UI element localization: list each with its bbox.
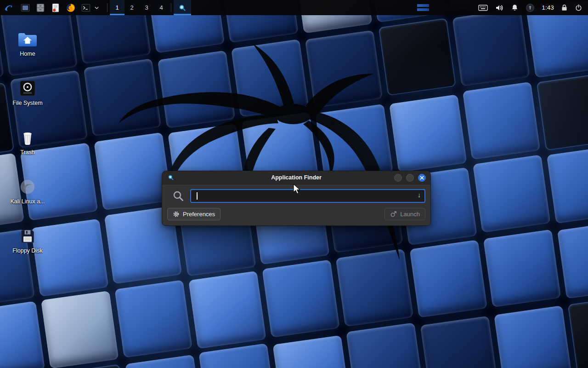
search-entry: ↓ xyxy=(190,189,425,203)
preferences-label: Preferences xyxy=(183,211,215,218)
trash-icon xyxy=(19,125,36,146)
workspace-label: 3 xyxy=(145,4,148,11)
close-button[interactable] xyxy=(418,174,426,182)
wallpaper-cube xyxy=(125,355,203,368)
wallpaper-cube xyxy=(420,316,498,368)
application-finder-icon xyxy=(178,4,187,12)
system-tray: 1:43 xyxy=(417,0,588,15)
workspace-label: 4 xyxy=(159,4,163,11)
text-editor-launcher[interactable] xyxy=(48,0,63,15)
desktop-icon-floppy[interactable]: Floppy Disk xyxy=(5,224,51,254)
file-cabinet-launcher[interactable] xyxy=(33,0,48,15)
kali-logo-icon xyxy=(4,2,14,13)
wallpaper-cube xyxy=(41,291,119,368)
wallpaper-cube xyxy=(473,155,550,232)
kali-docs-icon xyxy=(19,174,36,196)
firefox-launcher[interactable] xyxy=(63,0,78,15)
workspace-1[interactable]: 1 xyxy=(110,0,124,15)
wallpaper-cube xyxy=(84,58,161,136)
status-tray-item[interactable] xyxy=(526,3,535,12)
wallpaper-cube xyxy=(272,335,350,368)
workspace-label: 1 xyxy=(115,4,119,11)
wallpaper-cube xyxy=(494,305,571,368)
desktop-icon-filesystem[interactable]: File System xyxy=(5,76,51,106)
home-folder-icon xyxy=(17,27,38,48)
workspace-4[interactable]: 4 xyxy=(154,0,169,15)
window-icon xyxy=(20,3,30,13)
minimize-button[interactable] xyxy=(394,174,402,182)
logout-power[interactable] xyxy=(575,4,582,12)
tray-globe-icon xyxy=(526,3,535,12)
launch-label: Launch xyxy=(400,211,420,218)
wallpaper-cube xyxy=(114,280,192,357)
wallpaper-cube xyxy=(315,104,393,182)
wallpaper-cube xyxy=(346,322,424,368)
launcher-dropdown-chevron[interactable] xyxy=(93,0,100,15)
wallpaper-cube xyxy=(483,230,561,307)
wallpaper-cube xyxy=(231,39,309,117)
notifications[interactable] xyxy=(511,4,519,12)
wallpaper-cube xyxy=(158,51,235,128)
wallpaper-cube xyxy=(305,30,383,108)
desktop-icon-label: Kali Linux a... xyxy=(10,198,45,205)
wallpaper-cube xyxy=(547,146,588,224)
preferences-button[interactable]: Preferences xyxy=(167,208,220,220)
screen-lock[interactable] xyxy=(561,4,568,12)
wallpaper-cube xyxy=(537,73,588,150)
wallpaper-cube xyxy=(568,295,588,368)
launch-button[interactable]: Launch xyxy=(384,208,425,220)
text-caret xyxy=(197,192,198,200)
gear-icon xyxy=(173,211,180,218)
top-panel: 1 2 3 4 xyxy=(0,0,588,15)
tasklist-application-finder[interactable] xyxy=(174,0,191,15)
window-icon-search xyxy=(168,174,174,183)
desktop-icon-kali-docs[interactable]: Kali Linux a... xyxy=(5,174,51,205)
network-monitor-icon xyxy=(417,4,429,11)
window-controls xyxy=(394,174,426,182)
finder-body: ↓ Preferences Launch xyxy=(162,184,430,225)
desktop-icon-label: File System xyxy=(12,100,42,106)
panel-separator xyxy=(107,3,107,12)
wallpaper-cube xyxy=(336,249,413,327)
workspace-2[interactable]: 2 xyxy=(124,0,139,15)
window-title: Application Finder xyxy=(167,174,426,181)
entry-dropdown-arrow-icon[interactable]: ↓ xyxy=(418,192,421,198)
desktop-icon-label: Trash xyxy=(20,149,35,155)
search-input[interactable] xyxy=(191,193,424,200)
desktop-icon-home[interactable]: Home xyxy=(5,27,51,57)
chevron-down-icon xyxy=(95,6,99,9)
clock[interactable]: 1:43 xyxy=(542,4,554,11)
desktop: Home File System Trash xyxy=(0,0,588,368)
wallpaper-cube xyxy=(94,132,171,210)
desktop-icon-label: Home xyxy=(20,51,35,57)
bell-icon xyxy=(511,4,519,12)
wallpaper-cube xyxy=(389,94,467,172)
desktop-icon-label: Floppy Disk xyxy=(12,247,42,254)
wallpaper-cube xyxy=(188,271,266,349)
wallpaper-cube xyxy=(262,259,339,337)
desktop-icon-trash[interactable]: Trash xyxy=(5,125,51,155)
launch-icon xyxy=(390,211,397,218)
wallpaper-cube xyxy=(409,240,487,317)
floppy-disk-icon xyxy=(19,224,36,245)
wallpaper-cube xyxy=(452,8,530,86)
kali-menu-button[interactable] xyxy=(0,0,17,15)
terminal-launcher[interactable] xyxy=(78,0,93,15)
close-icon xyxy=(420,176,424,180)
text-editor-icon xyxy=(51,3,61,13)
volume-control[interactable] xyxy=(495,3,504,12)
maximize-button[interactable] xyxy=(406,174,414,182)
terminal-icon xyxy=(81,3,91,13)
action-row: Preferences Launch xyxy=(167,208,425,220)
launcher-group xyxy=(17,0,100,15)
keyboard-indicator[interactable] xyxy=(478,4,488,12)
titlebar[interactable]: Application Finder xyxy=(162,171,430,184)
keyboard-icon xyxy=(478,4,488,12)
filesystem-drive-icon xyxy=(19,76,36,97)
workspace-3[interactable]: 3 xyxy=(139,0,154,15)
power-icon xyxy=(575,4,582,12)
workspace-switcher: 1 2 3 4 xyxy=(105,0,174,15)
window-launcher[interactable] xyxy=(17,0,33,15)
wallpaper-cube xyxy=(463,82,540,160)
panel-separator xyxy=(171,3,171,12)
